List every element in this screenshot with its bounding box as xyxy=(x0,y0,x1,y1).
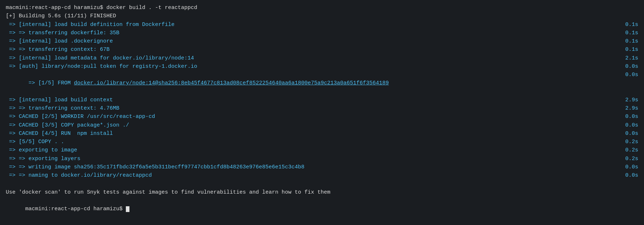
output-line-2: => => transferring dockerfile: 35B 0.1s xyxy=(6,29,638,37)
final-prompt: macmini:react-app-cd haramizu$ xyxy=(6,197,638,222)
line-time: 0.0s xyxy=(617,62,638,71)
line-text: => => naming to docker.io/library/reacta… xyxy=(6,171,617,180)
output-line-1: => [internal] load build definition from… xyxy=(6,21,638,29)
line-time: 0.2s xyxy=(617,146,638,154)
output-line-7-from: => [1/5] FROM docker.io/library/node:14@… xyxy=(6,71,638,96)
output-line-10-cached2: => CACHED [2/5] WORKDIR /usr/src/react-a… xyxy=(6,112,638,121)
line-time: 2.9s xyxy=(617,104,638,112)
line-time: 0.0s xyxy=(617,129,638,138)
output-line-15-layers: => => exporting layers 0.2s xyxy=(6,155,638,163)
line-text: => => transferring dockerfile: 35B xyxy=(6,29,617,37)
line-time: 0.1s xyxy=(617,37,638,45)
line-text: => [internal] load build definition from… xyxy=(6,21,617,29)
output-line-12-cached4: => CACHED [4/5] RUN npm install 0.0s xyxy=(6,129,638,138)
line-time: 0.0s xyxy=(617,171,638,180)
docker-image-ref: docker.io/library/node:14@sha256:8eb45f4… xyxy=(74,80,389,86)
line-text: => => transferring context: 67B xyxy=(6,45,617,54)
output-line-17-naming: => => naming to docker.io/library/reacta… xyxy=(6,171,638,180)
scan-advice-line: Use 'docker scan' to run Snyk tests agai… xyxy=(6,188,638,197)
building-line: [+] Building 5.6s (11/11) FINISHED xyxy=(6,12,638,20)
line-time: 0.0s xyxy=(617,163,638,171)
line-time: 0.1s xyxy=(617,29,638,37)
line-time: 0.2s xyxy=(617,138,638,146)
line-time: 2.1s xyxy=(617,54,638,62)
line-time: 0.1s xyxy=(617,45,638,54)
line-text: => CACHED [3/5] COPY package*.json ./ xyxy=(6,121,617,129)
line-time: 0.0s xyxy=(617,71,638,79)
output-line-14-exporting: => exporting to image 0.2s xyxy=(6,146,638,154)
building-status: [+] Building 5.6s (11/11) FINISHED xyxy=(6,12,638,20)
prompt-text: macmini:react-app-cd haramizu$ xyxy=(25,206,126,212)
terminal-window: macmini:react-app-cd haramizu$ docker bu… xyxy=(6,4,638,222)
scan-text: Use 'docker scan' to run Snyk tests agai… xyxy=(6,188,638,197)
line-text: => => writing image sha256:35c171fbdc32f… xyxy=(6,163,617,171)
cursor-block xyxy=(126,206,129,212)
line-text: => [auth] library/node:pull token for re… xyxy=(6,62,617,71)
output-line-8: => [internal] load build context 2.9s xyxy=(6,96,638,104)
line-text: => CACHED [2/5] WORKDIR /usr/src/react-a… xyxy=(6,112,617,121)
line-text: => [5/5] COPY . . xyxy=(6,138,617,146)
line-time: 0.0s xyxy=(617,121,638,129)
output-line-11-cached3: => CACHED [3/5] COPY package*.json ./ 0.… xyxy=(6,121,638,129)
line-text: => => transferring context: 4.76MB xyxy=(6,104,617,112)
line-text: => [internal] load build context xyxy=(6,96,617,104)
output-line-6: => [auth] library/node:pull token for re… xyxy=(6,62,638,71)
line-time: 2.9s xyxy=(617,96,638,104)
line-text: => [1/5] FROM docker.io/library/node:14@… xyxy=(6,71,617,96)
output-line-9: => => transferring context: 4.76MB 2.9s xyxy=(6,104,638,112)
output-line-4: => => transferring context: 67B 0.1s xyxy=(6,45,638,54)
line-text: => [internal] load metadata for docker.i… xyxy=(6,54,617,62)
command-line: macmini:react-app-cd haramizu$ docker bu… xyxy=(6,4,638,12)
command-prompt: macmini:react-app-cd haramizu$ docker bu… xyxy=(6,4,638,12)
output-line-3: => [internal] load .dockerignore 0.1s xyxy=(6,37,638,45)
line-time: 0.2s xyxy=(617,155,638,163)
blank-line xyxy=(6,180,638,188)
from-prefix: => [1/5] FROM xyxy=(25,80,74,86)
line-text: => => exporting layers xyxy=(6,155,617,163)
line-time: 0.1s xyxy=(617,21,638,29)
output-line-5: => [internal] load metadata for docker.i… xyxy=(6,54,638,62)
line-text: => [internal] load .dockerignore xyxy=(6,37,617,45)
output-line-13-copy: => [5/5] COPY . . 0.2s xyxy=(6,138,638,146)
output-line-16-writing: => => writing image sha256:35c171fbdc32f… xyxy=(6,163,638,171)
line-text: => exporting to image xyxy=(6,146,617,154)
final-prompt-line: macmini:react-app-cd haramizu$ xyxy=(6,197,638,222)
line-time: 0.0s xyxy=(617,112,638,121)
line-text: => CACHED [4/5] RUN npm install xyxy=(6,129,617,138)
